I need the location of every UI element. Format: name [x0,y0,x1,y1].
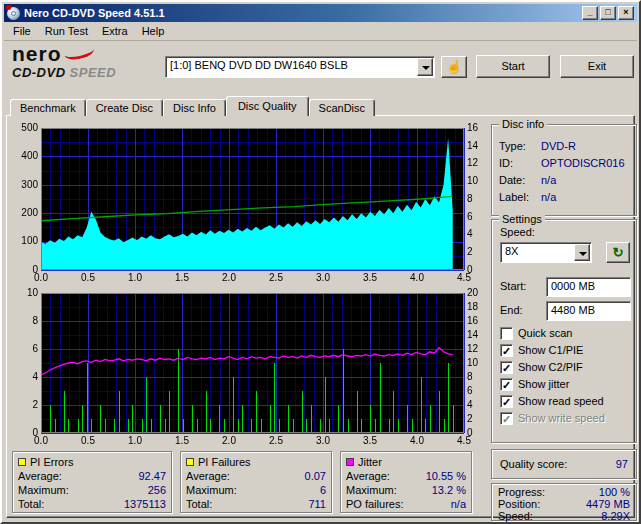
tab-benchmark[interactable]: Benchmark [10,99,86,116]
stat-row: Maximum:256 [18,483,166,497]
stat-row: Maximum:13.2 % [346,483,466,497]
flame-icon [6,5,11,10]
stat-row: Average:0.07 [186,469,326,483]
pi-failures-panel: PI Failures Average:0.07 Maximum:6 Total… [180,451,332,513]
speed-select-value: 8X [505,245,573,257]
minimize-button[interactable]: _ [582,6,598,20]
refresh-icon: ↻ [613,245,624,260]
pi-failures-jitter-chart [12,288,482,446]
pi-errors-swatch-icon [18,458,26,466]
pi-errors-chart [12,123,482,283]
disc-type-row: Type: DVD-R [499,138,629,155]
speed-label: Speed: [500,226,535,238]
disc-info-title: Disc info [499,118,547,130]
checkbox-show-jitter[interactable]: ✓ Show jitter [500,377,569,391]
start-position-input[interactable]: 0000 MB [546,277,631,297]
drive-select[interactable]: [1:0] BENQ DVD DD DW1640 BSLB [165,56,435,78]
refresh-button[interactable]: ↻ [606,242,630,263]
checkbox-show-c1-pie[interactable]: ✓ Show C1/PIE [500,343,583,357]
stat-title: PI Errors [30,456,73,468]
disc-label-value: n/a [541,189,556,206]
menu-run-test[interactable]: Run Test [38,23,95,40]
speed-select-dropdown-button[interactable] [574,244,590,261]
checkbox-box[interactable]: ✓ [500,361,513,374]
settings-title: Settings [499,213,545,225]
window-title: Nero CD-DVD Speed 4.51.1 [24,7,580,19]
menu-bar: File Run Test Extra Help [4,22,637,41]
stat-row: Average:10.55 % [346,469,466,483]
jitter-panel: Jitter Average:10.55 % Maximum:13.2 % PO… [340,451,472,513]
stat-row: Total:1375113 [18,497,166,511]
quality-score-panel: Quality score: 97 [491,449,637,479]
hand-icon: ☝ [446,59,462,74]
pi-failures-swatch-icon [186,458,194,466]
tab-disc-quality[interactable]: Disc Quality [226,96,309,116]
chevron-down-icon [579,252,587,256]
start-position-label: Start: [500,280,526,292]
stat-row: Total:711 [186,497,326,511]
position-value: 4479 MB [586,499,630,510]
checkbox-show-c2-pif[interactable]: ✓ Show C2/PIF [500,360,583,374]
stat-title: Jitter [358,456,382,468]
speed-row: Speed: 8.29X [498,510,630,522]
disc-type-value: DVD-R [541,138,576,155]
settings-group: Settings Speed: 8X ↻ Start: 0000 MB End:… [491,219,637,443]
speed-value: 8.29X [601,511,630,522]
start-button[interactable]: Start [476,55,550,78]
app-window: Nero CD-DVD Speed 4.51.1 _ □ × File Run … [0,0,641,524]
stat-title: PI Failures [198,456,251,468]
checkbox-box[interactable]: ✓ [500,344,513,357]
stat-row: PO failures:n/a [346,497,466,511]
progress-row: Progress: 100 % [498,486,630,498]
position-row: Position: 4479 MB [498,498,630,510]
nero-logo: nero CD-DVDSPEED [12,43,164,89]
disc-date-row: Date: n/a [499,172,629,189]
checkbox-box: ✓ [500,412,513,425]
maximize-button[interactable]: □ [600,6,616,20]
pi-errors-panel: PI Errors Average:92.47 Maximum:256 Tota… [12,451,172,513]
stat-row: Average:92.47 [18,469,166,483]
speed-select[interactable]: 8X [500,242,592,263]
drive-select-dropdown-button[interactable] [417,58,433,76]
tab-create-disc[interactable]: Create Disc [86,99,163,116]
tab-disc-info[interactable]: Disc Info [163,99,226,116]
menu-help[interactable]: Help [135,23,172,40]
progress-panel: Progress: 100 % Position: 4479 MB Speed:… [491,483,637,521]
app-icon [7,7,20,20]
end-position-input[interactable]: 4480 MB [546,301,631,321]
disc-label-row: Label: n/a [499,189,629,206]
tab-scandisc[interactable]: ScanDisc [309,99,375,116]
title-bar[interactable]: Nero CD-DVD Speed 4.51.1 _ □ × [4,4,637,22]
exit-button[interactable]: Exit [560,55,634,78]
disc-info-group: Disc info Type: DVD-R ID: OPTODISCR016 D… [491,124,637,216]
checkbox-show-write-speed: ✓ Show write speed [500,411,605,425]
quality-score-label: Quality score: [500,450,567,478]
stat-row: Maximum:6 [186,483,326,497]
disc-id-value: OPTODISCR016 [541,155,625,172]
close-button[interactable]: × [618,6,634,20]
disc-id-row: ID: OPTODISCR016 [499,155,629,172]
checkbox-box[interactable]: ✓ [500,395,513,408]
menu-file[interactable]: File [6,23,38,40]
toolbar: nero CD-DVDSPEED [1:0] BENQ DVD DD DW164… [4,42,637,92]
checkbox-box[interactable]: ✓ [500,378,513,391]
disc-date-value: n/a [541,172,556,189]
checkbox-quick-scan[interactable]: Quick scan [500,326,572,340]
drive-info-button[interactable]: ☝ [441,56,467,78]
drive-select-value: [1:0] BENQ DVD DD DW1640 BSLB [170,59,416,71]
checkbox-show-read-speed[interactable]: ✓ Show read speed [500,394,604,408]
menu-extra[interactable]: Extra [95,23,135,40]
checkbox-box[interactable] [500,327,513,340]
jitter-swatch-icon [346,458,354,466]
chevron-down-icon [422,66,430,70]
end-position-label: End: [500,304,523,316]
quality-score-value: 97 [616,450,628,478]
progress-value: 100 % [599,487,630,498]
tab-strip: Benchmark Create Disc Disc Info Disc Qua… [10,96,375,116]
